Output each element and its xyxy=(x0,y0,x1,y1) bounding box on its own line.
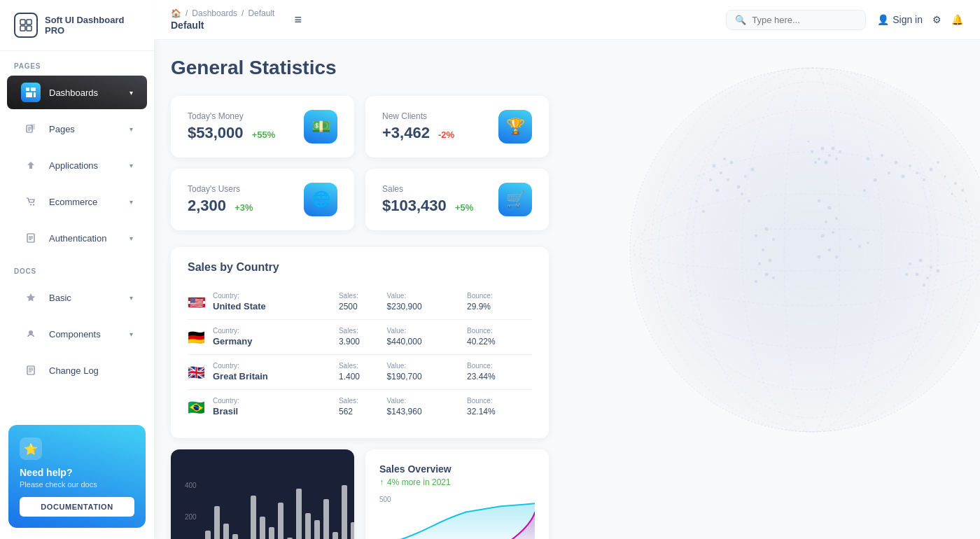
stats-card-sales-info: Sales $103,430 +5% xyxy=(382,184,473,215)
documentation-button[interactable]: DOCUMENTATION xyxy=(20,497,134,517)
svg-rect-0 xyxy=(20,20,25,24)
changelog-label: Change Log xyxy=(49,365,133,376)
search-input[interactable] xyxy=(752,15,857,25)
svg-point-97 xyxy=(858,245,861,248)
applications-icon xyxy=(21,155,41,175)
svg-point-25 xyxy=(630,229,980,271)
svg-point-60 xyxy=(832,231,834,234)
breadcrumb-nav: 🏠 / Dashboards / Default xyxy=(171,8,274,18)
svg-point-34 xyxy=(713,164,716,168)
dashboards-label: Dashboards xyxy=(49,88,121,98)
svg-rect-3 xyxy=(27,26,31,31)
pages-chevron: ▾ xyxy=(130,125,133,133)
search-icon: 🔍 xyxy=(735,15,746,25)
svg-point-29 xyxy=(686,82,938,418)
menu-toggle-button[interactable]: ≡ xyxy=(288,10,307,30)
svg-point-72 xyxy=(923,178,925,181)
country-name-gb: Great Britain xyxy=(213,371,268,382)
bar-chart xyxy=(205,482,354,539)
col-bounce-label-us: Bounce: xyxy=(467,292,532,300)
svg-point-70 xyxy=(916,172,918,174)
svg-point-77 xyxy=(765,227,769,231)
sales-value: $103,430 +5% xyxy=(382,197,473,215)
stats-card-users: Today's Users 2,300 +3% 🌐 xyxy=(171,169,354,230)
sidebar-item-applications[interactable]: Applications ▾ xyxy=(7,148,147,182)
page-header-title: Default xyxy=(171,20,274,31)
sales-overview-badge: ↑ 4% more in 2021 xyxy=(379,477,535,487)
svg-point-52 xyxy=(825,161,828,164)
chart-y-labels: 500 400 xyxy=(379,496,391,539)
gb-bounce: 23.44% xyxy=(467,372,496,382)
sidebar-item-ecommerce[interactable]: Ecommerce ▾ xyxy=(7,185,147,218)
gb-flag: 🇬🇧 xyxy=(188,365,205,380)
home-icon: 🏠 xyxy=(171,8,181,18)
svg-point-75 xyxy=(863,189,866,192)
sales-overview-chart: 500 400 xyxy=(379,496,535,539)
svg-point-95 xyxy=(808,141,810,143)
svg-point-92 xyxy=(923,284,925,286)
svg-point-65 xyxy=(881,154,883,157)
svg-point-78 xyxy=(772,238,775,241)
svg-point-39 xyxy=(737,186,741,189)
stats-card-money: Today's Money $53,000 +55% 💵 xyxy=(171,96,354,158)
svg-point-102 xyxy=(961,189,964,192)
dashboards-icon xyxy=(21,83,41,102)
svg-point-59 xyxy=(821,234,825,238)
table-row: 🇬🇧 Country: Great Britain Sales: 1.400 V… xyxy=(188,355,532,390)
sidebar-section-docs: DOCS xyxy=(0,256,154,279)
svg-point-40 xyxy=(744,175,747,178)
authentication-icon xyxy=(21,228,41,248)
ecommerce-chevron: ▾ xyxy=(130,198,133,206)
country-name-de: Germany xyxy=(213,336,252,346)
svg-rect-6 xyxy=(26,92,32,97)
svg-point-103 xyxy=(965,200,967,202)
money-icon: 💵 xyxy=(304,110,337,144)
svg-point-44 xyxy=(716,189,720,192)
svg-point-35 xyxy=(723,158,726,160)
table-row: 🇺🇸 Country: United State Sales: 2500 Val… xyxy=(188,285,532,320)
svg-point-91 xyxy=(937,270,940,273)
header-actions: 👤 Sign in ⚙ 🔔 xyxy=(877,14,963,25)
svg-rect-12 xyxy=(31,124,35,130)
sidebar-item-changelog[interactable]: Change Log xyxy=(7,354,147,387)
svg-point-26 xyxy=(634,194,980,306)
col-country-label-de: Country: xyxy=(213,327,339,335)
notifications-button[interactable]: 🔔 xyxy=(951,14,963,25)
svg-point-85 xyxy=(909,262,911,265)
sidebar-logo: Soft UI Dashboard PRO xyxy=(0,0,154,51)
sidebar-item-components[interactable]: Components ▾ xyxy=(7,317,147,351)
bar-chart-y-labels: 400 200 0 xyxy=(185,482,197,539)
sidebar-item-basic[interactable]: Basic ▾ xyxy=(7,281,147,314)
svg-point-50 xyxy=(832,147,835,150)
applications-label: Applications xyxy=(49,160,121,171)
svg-point-63 xyxy=(835,255,838,258)
sales-icon: 🛒 xyxy=(498,183,532,216)
users-label: Today's Users xyxy=(188,184,253,194)
sidebar-item-authentication[interactable]: Authentication ▾ xyxy=(7,221,147,255)
sales-country-title: Sales by Country xyxy=(188,261,532,274)
ecommerce-icon xyxy=(21,192,41,211)
breadcrumb-dashboards[interactable]: Dashboards xyxy=(192,8,237,18)
components-label: Components xyxy=(49,329,121,340)
br-flag: 🇧🇷 xyxy=(188,400,205,415)
settings-button[interactable]: ⚙ xyxy=(932,14,941,25)
sidebar-item-dashboards[interactable]: Dashboards ▾ xyxy=(7,76,147,109)
svg-point-86 xyxy=(919,259,923,262)
de-sales: 3.900 xyxy=(339,337,360,346)
svg-point-31 xyxy=(742,68,882,432)
bell-icon: 🔔 xyxy=(951,14,963,25)
header: 🏠 / Dashboards / Default Default ≡ 🔍 👤 S… xyxy=(154,0,980,40)
stats-card-clients-info: New Clients +3,462 -2% xyxy=(382,111,454,142)
stats-card-clients: New Clients +3,462 -2% 🏆 xyxy=(365,96,549,158)
sales-overview-title: Sales Overview xyxy=(379,463,535,475)
components-icon xyxy=(21,324,41,344)
svg-point-87 xyxy=(930,266,932,269)
sales-country-card: Sales by Country 🇺🇸 Country: United Stat… xyxy=(171,247,549,438)
help-title: Need help? xyxy=(20,467,134,478)
signin-button[interactable]: 👤 Sign in xyxy=(877,14,923,25)
col-country-label: Country: xyxy=(213,292,339,300)
svg-rect-4 xyxy=(26,88,29,91)
authentication-chevron: ▾ xyxy=(130,234,133,242)
svg-point-83 xyxy=(755,280,757,283)
sidebar-item-pages[interactable]: Pages ▾ xyxy=(7,112,147,146)
